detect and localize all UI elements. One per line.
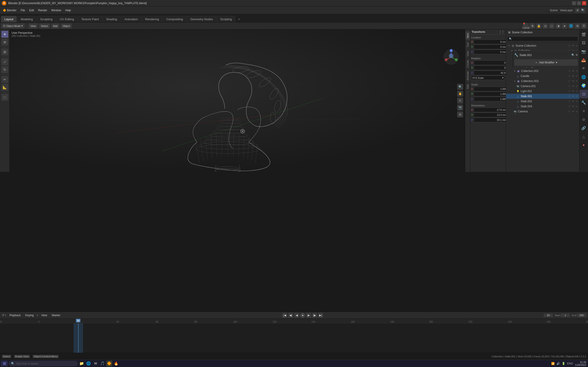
tree-item-stalk-001[interactable]: △ Stalk.001 ☐ 👁 ⊙: [506, 94, 579, 99]
dim-x-input[interactable]: [474, 108, 508, 112]
tree-item-collection-003[interactable]: ▾ ▣ Collection.003 ☐ 👁 ⊙: [506, 79, 579, 84]
taskbar-app-music[interactable]: 🎵: [99, 360, 105, 367]
keying-menu[interactable]: Keying: [24, 313, 35, 317]
dim-z-input[interactable]: [474, 118, 508, 122]
tree-item-stalk-004[interactable]: △ Stalk.004 ☐ 👁 ⊙: [506, 104, 579, 109]
taskbar-app-other[interactable]: 🔥: [113, 360, 119, 367]
tab-layout[interactable]: Layout: [1, 16, 17, 22]
tree-item-camera[interactable]: 📷 Camera ☐ 👁 ⊙: [506, 109, 579, 114]
jump-end-btn[interactable]: ▶|: [318, 313, 323, 318]
play-btn[interactable]: ▶: [306, 313, 311, 318]
taskbar-app-blender[interactable]: 🔶: [106, 360, 112, 367]
snap-btn[interactable]: 🔒: [536, 23, 542, 29]
scale-z-input[interactable]: [474, 97, 508, 101]
sys-icon-eng[interactable]: ENG: [567, 362, 573, 365]
prop-render-icon[interactable]: 📷: [579, 47, 588, 56]
context-key[interactable]: Object Context Menu: [33, 355, 59, 358]
menu-file[interactable]: File: [19, 8, 27, 13]
tree-item-stalk-002[interactable]: △ Stalk.002 ☐ 👁 ⊙: [506, 99, 579, 104]
rotation-y-input[interactable]: [474, 66, 508, 70]
dim-y-input[interactable]: [474, 113, 508, 117]
timeline-area-type[interactable]: ⏱ ▾: [2, 314, 6, 317]
xray-btn[interactable]: ☰: [581, 23, 587, 29]
view-menu[interactable]: View: [28, 24, 38, 28]
select-menu[interactable]: Select: [39, 24, 50, 28]
rotate-key[interactable]: Rotate View: [14, 355, 30, 358]
move-tool[interactable]: ⊕: [1, 39, 8, 45]
prop-view-icon[interactable]: 👁: [579, 64, 588, 73]
add-cube-tool[interactable]: □: [1, 94, 8, 101]
location-y-input[interactable]: [474, 45, 508, 49]
taskbar-search[interactable]: 🔍 Type here to search: [9, 361, 78, 366]
prop-data-icon[interactable]: △: [579, 132, 588, 141]
tab-texture-paint[interactable]: Texture Paint: [78, 16, 102, 22]
prop-material-icon[interactable]: ●: [579, 141, 588, 149]
transform-pivot[interactable]: ⊕: [530, 23, 535, 29]
menu-edit[interactable]: Edit: [27, 8, 36, 13]
cursor-tool[interactable]: ✛: [1, 31, 8, 38]
menu-blender[interactable]: 🔶 Blender: [1, 8, 18, 13]
marker-menu[interactable]: Marker: [50, 313, 62, 317]
tab-shading[interactable]: Shading: [103, 16, 121, 22]
collection-search-input[interactable]: [507, 37, 578, 41]
prop-object-icon[interactable]: ⊡: [579, 90, 588, 98]
current-frame-input[interactable]: [544, 313, 553, 317]
tab-item[interactable]: Item: [465, 31, 470, 40]
scale-tool[interactable]: ⤢: [1, 58, 8, 65]
overlay-btn[interactable]: ⊞: [575, 23, 580, 29]
transform-tool[interactable]: ⊞: [1, 49, 8, 55]
viewport-shading-4[interactable]: 🌐: [568, 23, 574, 29]
tab-rendering[interactable]: Rendering: [142, 16, 162, 22]
3d-viewport[interactable]: User Perspective (20) Collection | Stalk…: [10, 29, 465, 172]
prop-output-icon[interactable]: 📤: [579, 56, 588, 64]
maximize-button[interactable]: □: [577, 1, 581, 5]
select-vis-icon[interactable]: ⊙: [575, 44, 578, 47]
close-button[interactable]: ✕: [582, 1, 586, 5]
prop-physics-icon[interactable]: ⚙: [579, 115, 588, 124]
menu-help[interactable]: Help: [63, 8, 73, 13]
header-icon-2[interactable]: 🔍: [581, 8, 585, 13]
taskbar-app-edge[interactable]: 🌐: [85, 360, 92, 367]
tab-geometry-nodes[interactable]: Geometry Nodes: [187, 16, 216, 22]
mode-selector[interactable]: ⊡ Object Mode ▾: [1, 24, 25, 28]
tab-animation[interactable]: Animation: [121, 16, 141, 22]
start-frame-input[interactable]: [561, 313, 570, 317]
next-keyframe-btn[interactable]: |▶: [312, 313, 317, 318]
tab-create[interactable]: Create: [465, 58, 470, 69]
stop-btn[interactable]: ●: [300, 313, 305, 318]
prop-modifier-icon[interactable]: 🔧: [579, 98, 588, 107]
tree-item-camera-001[interactable]: 📷 Camera.001 ☐ 👁 ⊙: [506, 84, 579, 89]
local-view-btn[interactable]: 📍 Local: [523, 23, 529, 29]
pan-view-btn[interactable]: ✋: [457, 91, 463, 97]
camera-view-btn[interactable]: 📷: [457, 105, 463, 110]
prop-scene-icon[interactable]: 🎬: [579, 30, 588, 39]
tree-item-candle[interactable]: △ Candle ☐ 👁 ⊙: [506, 74, 579, 79]
viewport-gizmo[interactable]: Z: [442, 48, 460, 66]
object-menu[interactable]: Object: [61, 24, 72, 28]
rotation-x-input[interactable]: [474, 60, 508, 65]
menu-window[interactable]: Window: [50, 8, 63, 13]
rotation-mode-dropdown[interactable]: XYZ Euler ▾: [471, 75, 505, 80]
playback-menu[interactable]: Playback: [8, 313, 22, 317]
viewport-shading-1[interactable]: ◻: [549, 23, 554, 29]
tab-compositing[interactable]: Compositing: [163, 16, 186, 22]
tree-item-collection-002[interactable]: ▾ ▣ Collection.002 ☐ 👁 ⊙: [506, 68, 579, 74]
menu-render[interactable]: Render: [36, 8, 49, 13]
view-menu-tl[interactable]: View: [40, 313, 49, 317]
end-frame-input[interactable]: [577, 313, 586, 317]
taskbar-app-explorer[interactable]: 📁: [79, 360, 85, 367]
tree-item-scene-collection[interactable]: ▾ ⊡ Scene Collection ☐ 👁 ⊙: [506, 43, 579, 48]
tree-item-light-002[interactable]: 💡 Light.002 ☐ 👁 ⊙: [506, 89, 579, 94]
location-z-input[interactable]: [474, 50, 508, 54]
mod-settings-icon[interactable]: ⚙: [576, 54, 578, 57]
orbit-view-btn[interactable]: ↻: [457, 98, 463, 104]
tab-sculpting[interactable]: Sculpting: [37, 16, 56, 22]
scale-y-input[interactable]: [474, 92, 508, 96]
tab-view[interactable]: View: [465, 49, 470, 58]
viewport-shading-3[interactable]: ●: [562, 23, 567, 29]
mod-search-icon[interactable]: 🔍: [571, 54, 575, 57]
jump-start-btn[interactable]: |◀: [282, 313, 287, 318]
add-menu[interactable]: Add: [51, 24, 60, 28]
measure-tool[interactable]: 📐: [1, 84, 8, 91]
quad-view-btn[interactable]: ⊞: [457, 111, 463, 117]
